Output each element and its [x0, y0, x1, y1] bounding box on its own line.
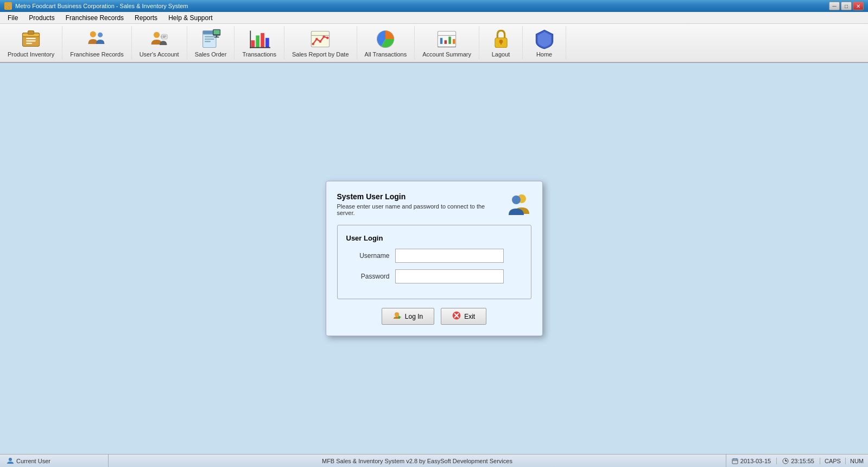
title-bar-text: Metro Foodcart Business Corporation - Sa…: [15, 3, 188, 9]
exit-button-label: Exit: [464, 313, 475, 320]
svg-rect-3: [26, 38, 36, 39]
login-button-icon: [393, 311, 402, 321]
svg-rect-25: [265, 38, 269, 48]
toolbar-users-account[interactable]: User's Account: [132, 26, 187, 60]
svg-rect-21: [214, 37, 219, 38]
svg-point-32: [319, 40, 321, 42]
menu-products[interactable]: Products: [23, 13, 60, 23]
status-caps: CAPS: [820, 458, 846, 464]
password-input[interactable]: [395, 269, 504, 283]
svg-point-8: [154, 32, 160, 38]
status-bar: Current User MFB Sales & Inventory Syste…: [0, 454, 868, 467]
toolbar-sales-report[interactable]: Sales Report by Date: [284, 26, 357, 60]
menu-file[interactable]: File: [2, 13, 23, 23]
maximize-button[interactable]: □: [841, 2, 852, 10]
current-user-icon: [7, 457, 14, 465]
lagout-icon: [490, 28, 512, 50]
svg-rect-5: [26, 43, 32, 44]
svg-point-33: [323, 35, 325, 37]
toolbar: Product Inventory Franchisee Records: [0, 24, 868, 63]
title-bar-left: 🛒 Metro Foodcart Business Corporation - …: [4, 2, 188, 10]
username-label: Username: [346, 252, 395, 260]
status-app-info: MFB Sales & Inventory System v2.8 by Eas…: [109, 458, 726, 464]
all-transactions-icon: [375, 28, 396, 50]
menu-help-support[interactable]: Help & Support: [163, 13, 218, 23]
svg-rect-38: [440, 38, 442, 44]
username-row: Username: [346, 249, 522, 263]
button-row: Log In Exit: [337, 308, 531, 325]
account-summary-label: Account Summary: [422, 51, 471, 58]
login-avatar: [504, 192, 531, 214]
title-bar-controls: ─ □ ✕: [829, 2, 864, 10]
login-button-label: Log In: [405, 313, 423, 320]
menu-reports[interactable]: Reports: [129, 13, 163, 23]
product-inventory-icon: [20, 28, 42, 50]
toolbar-transactions[interactable]: Transactions: [235, 26, 284, 60]
user-login-box: User Login Username Password: [337, 225, 531, 299]
users-account-icon: [148, 28, 170, 50]
svg-rect-23: [256, 35, 259, 47]
svg-rect-17: [205, 41, 211, 42]
password-label: Password: [346, 273, 395, 280]
svg-rect-2: [28, 30, 34, 34]
svg-rect-24: [261, 33, 264, 48]
toolbar-product-inventory[interactable]: Product Inventory: [0, 26, 62, 60]
home-label: Home: [536, 51, 552, 58]
user-login-section-title: User Login: [346, 234, 522, 242]
all-transactions-label: All Transactions: [365, 51, 407, 58]
transactions-label: Transactions: [242, 51, 276, 58]
main-content: System User Login Please enter user name…: [0, 63, 868, 454]
password-row: Password: [346, 269, 522, 283]
lagout-label: Lagout: [492, 51, 510, 58]
svg-rect-54: [732, 459, 738, 464]
status-num: NUM: [846, 458, 868, 464]
account-summary-icon: [436, 28, 458, 50]
title-bar: 🛒 Metro Foodcart Business Corporation - …: [0, 0, 868, 12]
product-inventory-label: Product Inventory: [8, 51, 54, 58]
exit-button-icon: [452, 311, 461, 321]
franchisee-records-label: Franchisee Records: [70, 51, 123, 58]
svg-rect-15: [205, 36, 214, 37]
svg-rect-4: [26, 40, 36, 41]
sales-order-label: Sales Order: [195, 51, 227, 58]
minimize-button[interactable]: ─: [829, 2, 840, 10]
toolbar-sales-order[interactable]: Sales Order: [187, 26, 235, 60]
login-dialog: System User Login Please enter user name…: [326, 181, 543, 336]
username-input[interactable]: [395, 249, 504, 263]
svg-point-48: [395, 312, 399, 317]
login-title: System User Login: [337, 192, 504, 201]
status-date: 2013-03-15: [726, 458, 777, 464]
sales-order-icon: [200, 28, 221, 50]
toolbar-lagout[interactable]: Lagout: [479, 26, 523, 60]
svg-rect-40: [448, 37, 451, 44]
exit-button[interactable]: Exit: [441, 308, 486, 325]
svg-rect-10: [162, 34, 168, 39]
transactions-icon: [249, 28, 270, 50]
status-current-user: Current User: [0, 455, 109, 467]
login-header-text: System User Login Please enter user name…: [337, 192, 504, 216]
close-button[interactable]: ✕: [853, 2, 864, 10]
svg-point-53: [9, 458, 12, 461]
svg-rect-41: [453, 39, 455, 44]
login-button[interactable]: Log In: [382, 308, 434, 325]
toolbar-franchisee-records[interactable]: Franchisee Records: [62, 26, 131, 60]
svg-point-30: [312, 43, 314, 45]
svg-rect-57: [736, 458, 737, 460]
status-right: 2013-03-15 23:15:55 CAPS NUM: [726, 455, 868, 467]
svg-rect-19: [214, 30, 220, 34]
svg-point-7: [98, 33, 103, 37]
toolbar-all-transactions[interactable]: All Transactions: [357, 26, 415, 60]
login-header: System User Login Please enter user name…: [337, 192, 531, 216]
login-subtitle: Please enter user name and password to c…: [337, 203, 504, 216]
svg-point-31: [315, 38, 318, 40]
users-account-label: User's Account: [140, 51, 179, 58]
app-icon: 🛒: [4, 2, 12, 10]
franchisee-records-icon: [86, 28, 107, 50]
toolbar-home[interactable]: Home: [523, 26, 566, 60]
home-icon: [534, 28, 555, 50]
svg-rect-22: [251, 40, 255, 47]
menu-franchisee-records[interactable]: Franchisee Records: [60, 13, 129, 23]
svg-point-47: [512, 195, 521, 204]
toolbar-account-summary[interactable]: Account Summary: [415, 26, 479, 60]
svg-rect-56: [733, 458, 734, 460]
